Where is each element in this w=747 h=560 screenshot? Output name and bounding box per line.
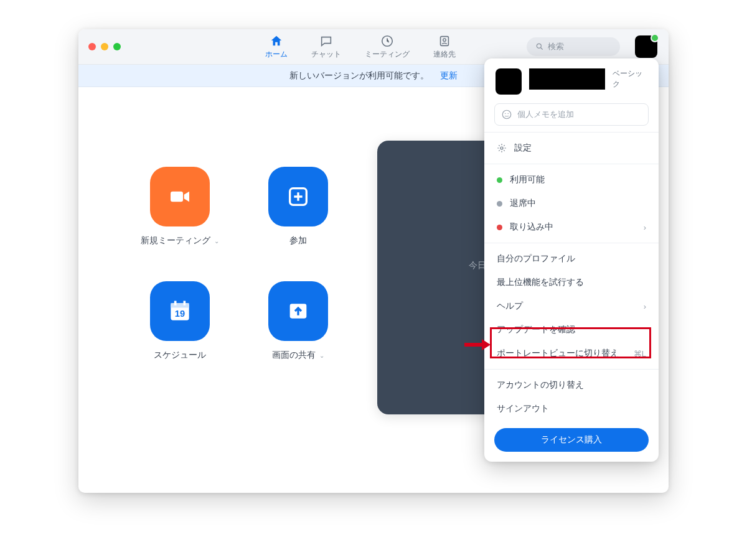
divider — [484, 132, 659, 133]
contacts-icon — [438, 34, 451, 48]
menu-switch-account[interactable]: アカウントの切り替え — [484, 373, 659, 397]
divider — [484, 243, 659, 243]
new-meeting-button[interactable]: 新規ミーティング⌄ — [133, 167, 227, 246]
profile-avatar-button[interactable] — [635, 35, 657, 58]
status-dot-gray — [497, 201, 502, 207]
svg-point-10 — [505, 113, 506, 114]
window-controls — [78, 43, 121, 50]
menu-status-dnd[interactable]: 取り込み中 › — [484, 215, 659, 239]
search-input[interactable]: 検索 — [527, 37, 620, 56]
gear-icon — [497, 143, 507, 153]
search-icon — [535, 42, 544, 51]
chevron-down-icon: ⌄ — [319, 352, 324, 359]
status-away-label: 退席中 — [510, 198, 536, 209]
svg-point-12 — [500, 147, 503, 149]
svg-point-9 — [502, 110, 511, 119]
menu-try-features[interactable]: 最上位機能を試行する — [484, 271, 659, 294]
status-dot-red — [497, 225, 502, 230]
chevron-right-icon: › — [644, 302, 646, 311]
menu-check-update[interactable]: アップデートを確認 — [484, 318, 659, 342]
nav-contacts-label: 連絡先 — [433, 49, 456, 60]
plus-icon — [286, 184, 311, 209]
nav-meetings-label: ミーティング — [365, 49, 410, 60]
status-dnd-label: 取り込み中 — [510, 222, 553, 233]
svg-point-11 — [508, 113, 509, 114]
share-screen-icon — [286, 299, 311, 324]
username-redacted — [529, 68, 605, 90]
svg-point-2 — [443, 38, 446, 41]
profile-header: ベーシック — [484, 58, 659, 103]
memo-placeholder: 個人メモを追加 — [517, 109, 574, 120]
join-button[interactable]: 参加 — [251, 167, 345, 246]
schedule-button[interactable]: 19 スケジュール — [133, 281, 227, 361]
chevron-down-icon: ⌄ — [214, 238, 219, 245]
menu-switch-account-label: アカウントの切り替え — [497, 380, 584, 391]
clock-icon — [380, 34, 394, 48]
search-placeholder: 検索 — [548, 41, 564, 52]
status-available-label: 利用可能 — [510, 174, 545, 185]
chevron-right-icon: › — [644, 223, 646, 232]
update-link[interactable]: 更新 — [440, 70, 458, 82]
share-screen-label: 画面の共有 — [272, 350, 316, 361]
menu-sign-out-label: サインアウト — [497, 403, 549, 414]
share-screen-button[interactable]: 画面の共有⌄ — [251, 281, 345, 361]
nav-home[interactable]: ホーム — [265, 34, 288, 60]
menu-help-label: ヘルプ — [497, 301, 523, 312]
nav-chat[interactable]: チャット — [311, 34, 341, 60]
shortcut-label: ⌘L — [634, 349, 646, 358]
close-window-button[interactable] — [88, 43, 96, 50]
menu-profile-label: 自分のプロファイル — [497, 253, 575, 264]
avatar — [496, 68, 522, 95]
nav-meetings[interactable]: ミーティング — [365, 34, 410, 60]
profile-menu: ベーシック 個人メモを追加 設定 利用可能 退席中 取り込み中 › 自分のプロフ… — [484, 58, 659, 462]
action-grid: 新規ミーティング⌄ 参加 19 スケジュール 画面の共有⌄ — [133, 167, 345, 361]
smiley-icon — [501, 109, 512, 120]
nav-chat-label: チャット — [311, 49, 341, 60]
svg-rect-4 — [171, 192, 183, 202]
menu-try-features-label: 最上位機能を試行する — [497, 277, 584, 288]
menu-settings[interactable]: 設定 — [484, 136, 659, 160]
personal-memo-input[interactable]: 個人メモを追加 — [494, 103, 649, 126]
status-dot-green — [497, 177, 502, 183]
top-nav: ホーム チャット ミーティング 連絡先 — [265, 34, 456, 60]
update-banner-text: 新しいバージョンが利用可能です。 — [289, 70, 429, 82]
divider — [484, 369, 659, 370]
new-meeting-label: 新規ミーティング — [141, 235, 210, 246]
nav-home-label: ホーム — [265, 49, 288, 60]
buy-license-button[interactable]: ライセンス購入 — [494, 428, 649, 452]
menu-profile[interactable]: 自分のプロファイル — [484, 247, 659, 271]
home-icon — [270, 34, 283, 48]
schedule-label: スケジュール — [154, 350, 206, 361]
menu-sign-out[interactable]: サインアウト — [484, 397, 659, 421]
calendar-icon: 19 — [166, 297, 194, 325]
video-icon — [167, 184, 192, 209]
chat-icon — [319, 34, 333, 48]
menu-help[interactable]: ヘルプ › — [484, 294, 659, 318]
menu-portrait-view[interactable]: ポートレートビューに切り替え ⌘L — [484, 342, 659, 365]
menu-settings-label: 設定 — [514, 142, 532, 154]
menu-status-available[interactable]: 利用可能 — [484, 168, 659, 192]
menu-check-update-label: アップデートを確認 — [497, 324, 575, 335]
calendar-day: 19 — [175, 309, 185, 319]
join-label: 参加 — [289, 235, 307, 246]
divider — [484, 164, 659, 164]
minimize-window-button[interactable] — [101, 43, 108, 50]
svg-rect-7 — [171, 303, 189, 307]
menu-portrait-view-label: ポートレートビューに切り替え — [497, 348, 619, 359]
menu-status-away[interactable]: 退席中 — [484, 192, 659, 215]
svg-point-3 — [537, 44, 541, 48]
nav-contacts[interactable]: 連絡先 — [433, 34, 456, 60]
plan-label: ベーシック — [613, 68, 647, 90]
maximize-window-button[interactable] — [113, 43, 121, 50]
buy-license-label: ライセンス購入 — [541, 434, 602, 444]
